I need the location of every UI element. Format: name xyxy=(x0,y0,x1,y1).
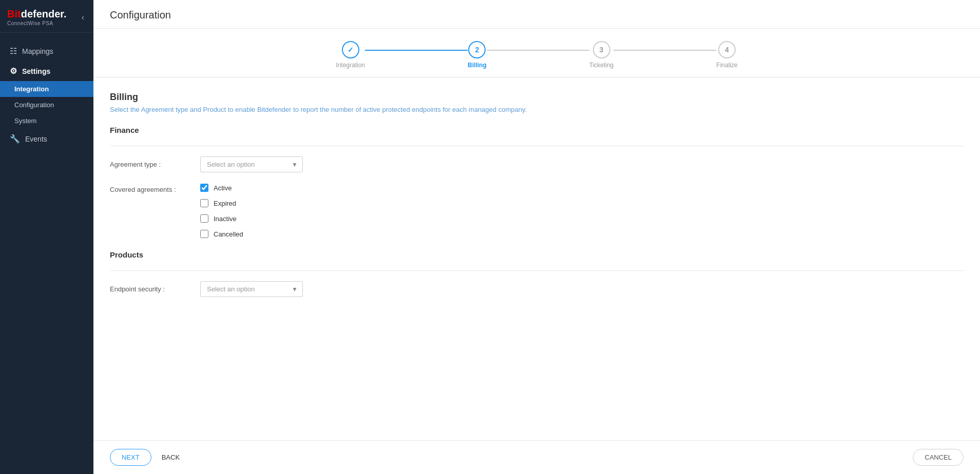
step-label-billing: Billing xyxy=(468,62,487,69)
covered-agreements-row: Covered agreements : Active Expired Inac… xyxy=(110,182,964,238)
checkbox-cancelled-label: Cancelled xyxy=(214,230,243,238)
checkbox-cancelled[interactable]: Cancelled xyxy=(200,230,243,238)
sidebar-item-mappings[interactable]: ☷ Mappings xyxy=(0,41,93,61)
step-line-1 xyxy=(365,50,468,51)
logo-text: Bitdefender. xyxy=(7,8,67,19)
stepper: ✓ Integration 2 Billing 3 Ticketing 4 Fi… xyxy=(93,29,980,77)
products-section: Products Endpoint security : Select an o… xyxy=(110,250,964,297)
step-label-finalize: Finalize xyxy=(716,62,737,69)
sidebar-item-configuration[interactable]: Configuration xyxy=(0,97,93,113)
billing-description: Select the Agreement type and Product to… xyxy=(110,106,964,113)
agreement-type-select[interactable]: Select an option xyxy=(200,156,303,172)
products-title: Products xyxy=(110,250,964,261)
agreement-type-select-wrapper: Select an option ▼ xyxy=(200,156,303,172)
back-button[interactable]: BACK xyxy=(160,449,182,465)
step-line-2 xyxy=(487,50,589,51)
step-circle-integration: ✓ xyxy=(342,41,359,58)
step-circle-billing: 2 xyxy=(468,41,486,58)
step-label-ticketing: Ticketing xyxy=(589,62,614,69)
checkbox-inactive-label: Inactive xyxy=(214,215,237,223)
sidebar: Bitdefender. ConnectWise PSA ‹ ☷ Mapping… xyxy=(0,0,93,474)
sidebar-item-label-settings: Settings xyxy=(22,67,50,75)
checkbox-inactive[interactable]: Inactive xyxy=(200,214,243,223)
cancel-button[interactable]: CANCEL xyxy=(913,449,964,466)
checkbox-cancelled-input[interactable] xyxy=(200,230,208,238)
step-ticketing: 3 Ticketing xyxy=(589,41,614,69)
products-divider xyxy=(110,270,964,271)
sidebar-item-settings[interactable]: ⚙ Settings xyxy=(0,61,93,81)
agreement-type-row: Agreement type : Select an option ▼ xyxy=(110,156,964,172)
sidebar-navigation: ☷ Mappings ⚙ Settings Integration Config… xyxy=(0,33,93,474)
checkbox-active-input[interactable] xyxy=(200,184,208,192)
settings-subnav: Integration Configuration System xyxy=(0,81,93,129)
checkbox-inactive-input[interactable] xyxy=(200,214,208,223)
events-icon: 🔧 xyxy=(10,134,20,144)
checkbox-active-label: Active xyxy=(214,184,232,192)
footer: NEXT BACK CANCEL xyxy=(93,440,980,474)
main-header: Configuration xyxy=(93,0,980,29)
sidebar-item-integration[interactable]: Integration xyxy=(0,81,93,97)
step-line-3 xyxy=(613,50,716,51)
step-finalize: 4 Finalize xyxy=(716,41,737,69)
step-integration: ✓ Integration xyxy=(336,41,365,69)
sidebar-item-label-mappings: Mappings xyxy=(22,47,53,55)
step-circle-ticketing: 3 xyxy=(593,41,610,58)
sidebar-item-label-events: Events xyxy=(25,135,47,143)
mappings-icon: ☷ xyxy=(10,46,17,56)
endpoint-security-select[interactable]: Select an option xyxy=(200,281,303,297)
content-area: Billing Select the Agreement type and Pr… xyxy=(93,77,980,440)
covered-agreements-checkboxes: Active Expired Inactive Cancelled xyxy=(200,182,243,238)
sidebar-item-system[interactable]: System xyxy=(0,113,93,129)
agreement-type-label: Agreement type : xyxy=(110,156,192,168)
checkbox-expired-label: Expired xyxy=(214,200,236,207)
settings-icon: ⚙ xyxy=(10,66,17,76)
endpoint-security-row: Endpoint security : Select an option ▼ xyxy=(110,281,964,297)
sidebar-item-events[interactable]: 🔧 Events xyxy=(0,129,93,149)
next-button[interactable]: NEXT xyxy=(110,449,151,466)
covered-agreements-label: Covered agreements : xyxy=(110,182,192,193)
checkbox-expired[interactable]: Expired xyxy=(200,199,243,207)
endpoint-security-select-wrapper: Select an option ▼ xyxy=(200,281,303,297)
step-circle-finalize: 4 xyxy=(718,41,736,58)
finance-title: Finance xyxy=(110,126,964,136)
endpoint-security-label: Endpoint security : xyxy=(110,281,192,293)
footer-left: NEXT BACK xyxy=(110,449,182,466)
checkbox-active[interactable]: Active xyxy=(200,184,243,192)
main-content: Configuration ✓ Integration 2 Billing 3 … xyxy=(93,0,980,474)
sidebar-collapse-button[interactable]: ‹ xyxy=(80,12,86,23)
finance-divider xyxy=(110,146,964,146)
sidebar-logo: Bitdefender. ConnectWise PSA ‹ xyxy=(0,0,93,33)
billing-title: Billing xyxy=(110,92,964,103)
step-label-integration: Integration xyxy=(336,62,365,69)
step-billing: 2 Billing xyxy=(468,41,487,69)
checkbox-expired-input[interactable] xyxy=(200,199,208,207)
page-title: Configuration xyxy=(110,9,964,21)
logo-sub: ConnectWise PSA xyxy=(7,21,67,26)
